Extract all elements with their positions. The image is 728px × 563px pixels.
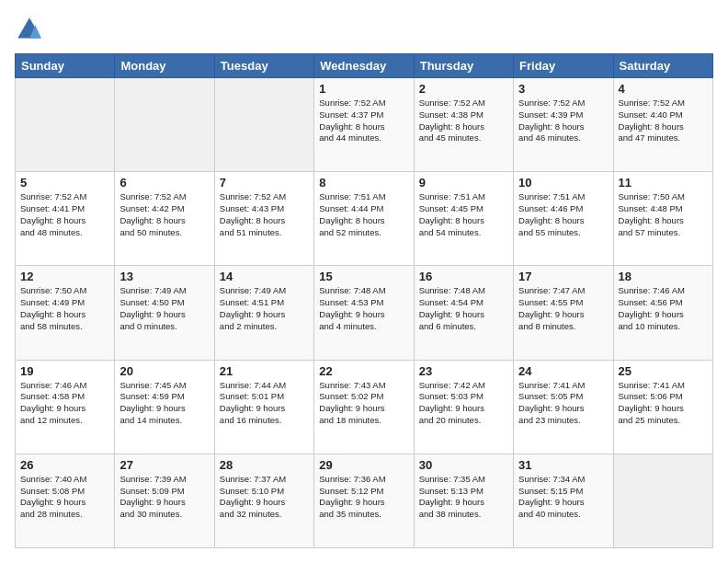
- logo-icon: [15, 15, 44, 44]
- day-info: Sunrise: 7:52 AM Sunset: 4:39 PM Dayligh…: [518, 98, 608, 144]
- day-info: Sunrise: 7:37 AM Sunset: 5:10 PM Dayligh…: [220, 474, 309, 521]
- day-number: 2: [419, 82, 508, 96]
- day-cell: 16Sunrise: 7:48 AM Sunset: 4:54 PM Dayli…: [414, 266, 513, 360]
- day-info: Sunrise: 7:49 AM Sunset: 4:51 PM Dayligh…: [220, 285, 309, 332]
- day-info: Sunrise: 7:52 AM Sunset: 4:40 PM Dayligh…: [619, 98, 708, 144]
- day-info: Sunrise: 7:49 AM Sunset: 4:50 PM Dayligh…: [119, 285, 209, 332]
- week-row-3: 12Sunrise: 7:50 AM Sunset: 4:49 PM Dayli…: [16, 266, 713, 360]
- day-cell: 9Sunrise: 7:51 AM Sunset: 4:45 PM Daylig…: [414, 172, 513, 266]
- day-number: 5: [20, 176, 109, 190]
- day-number: 29: [319, 458, 408, 472]
- day-cell: 1Sunrise: 7:52 AM Sunset: 4:37 PM Daylig…: [314, 78, 414, 172]
- day-cell: 22Sunrise: 7:43 AM Sunset: 5:02 PM Dayli…: [314, 360, 414, 454]
- day-number: 14: [220, 270, 309, 283]
- weekday-thursday: Thursday: [414, 54, 513, 78]
- day-cell: 31Sunrise: 7:34 AM Sunset: 5:15 PM Dayli…: [514, 454, 613, 547]
- header: [15, 15, 713, 44]
- day-number: 8: [319, 176, 408, 190]
- day-cell: 26Sunrise: 7:40 AM Sunset: 5:08 PM Dayli…: [16, 454, 115, 547]
- day-cell: 14Sunrise: 7:49 AM Sunset: 4:51 PM Dayli…: [214, 266, 313, 360]
- day-cell: 7Sunrise: 7:52 AM Sunset: 4:43 PM Daylig…: [214, 172, 313, 266]
- day-cell: 18Sunrise: 7:46 AM Sunset: 4:56 PM Dayli…: [613, 266, 712, 360]
- day-number: 22: [319, 364, 408, 378]
- day-cell: 5Sunrise: 7:52 AM Sunset: 4:41 PM Daylig…: [16, 172, 115, 266]
- day-cell: 30Sunrise: 7:35 AM Sunset: 5:13 PM Dayli…: [414, 454, 513, 547]
- day-number: 15: [319, 270, 408, 283]
- day-info: Sunrise: 7:39 AM Sunset: 5:09 PM Dayligh…: [119, 474, 209, 521]
- day-info: Sunrise: 7:41 AM Sunset: 5:05 PM Dayligh…: [518, 380, 608, 427]
- day-cell: [613, 454, 712, 547]
- day-number: 27: [119, 458, 209, 472]
- day-number: 28: [220, 458, 309, 472]
- day-info: Sunrise: 7:43 AM Sunset: 5:02 PM Dayligh…: [319, 380, 408, 427]
- day-info: Sunrise: 7:50 AM Sunset: 4:49 PM Dayligh…: [20, 285, 109, 332]
- day-cell: 13Sunrise: 7:49 AM Sunset: 4:50 PM Dayli…: [115, 266, 214, 360]
- day-cell: 25Sunrise: 7:41 AM Sunset: 5:06 PM Dayli…: [613, 360, 712, 454]
- day-number: 3: [518, 82, 608, 96]
- day-number: 10: [518, 176, 608, 190]
- day-info: Sunrise: 7:52 AM Sunset: 4:41 PM Dayligh…: [20, 191, 109, 238]
- day-cell: 10Sunrise: 7:51 AM Sunset: 4:46 PM Dayli…: [514, 172, 613, 266]
- calendar: SundayMondayTuesdayWednesdayThursdayFrid…: [15, 53, 713, 548]
- day-info: Sunrise: 7:40 AM Sunset: 5:08 PM Dayligh…: [20, 474, 109, 521]
- day-cell: 15Sunrise: 7:48 AM Sunset: 4:53 PM Dayli…: [314, 266, 414, 360]
- day-info: Sunrise: 7:51 AM Sunset: 4:44 PM Dayligh…: [319, 191, 408, 238]
- day-number: 19: [20, 364, 109, 378]
- day-number: 30: [419, 458, 508, 472]
- day-info: Sunrise: 7:45 AM Sunset: 4:59 PM Dayligh…: [119, 380, 209, 427]
- page: SundayMondayTuesdayWednesdayThursdayFrid…: [0, 0, 728, 563]
- day-number: 23: [419, 364, 508, 378]
- day-cell: 3Sunrise: 7:52 AM Sunset: 4:39 PM Daylig…: [514, 78, 613, 172]
- day-cell: 8Sunrise: 7:51 AM Sunset: 4:44 PM Daylig…: [314, 172, 414, 266]
- week-row-5: 26Sunrise: 7:40 AM Sunset: 5:08 PM Dayli…: [16, 454, 713, 547]
- day-number: 4: [619, 82, 708, 96]
- day-cell: 23Sunrise: 7:42 AM Sunset: 5:03 PM Dayli…: [414, 360, 513, 454]
- day-info: Sunrise: 7:52 AM Sunset: 4:38 PM Dayligh…: [419, 98, 508, 144]
- weekday-monday: Monday: [115, 54, 214, 78]
- day-info: Sunrise: 7:50 AM Sunset: 4:48 PM Dayligh…: [619, 191, 708, 238]
- day-info: Sunrise: 7:52 AM Sunset: 4:43 PM Dayligh…: [220, 191, 309, 238]
- day-cell: 17Sunrise: 7:47 AM Sunset: 4:55 PM Dayli…: [514, 266, 613, 360]
- day-cell: 2Sunrise: 7:52 AM Sunset: 4:38 PM Daylig…: [414, 78, 513, 172]
- day-cell: 11Sunrise: 7:50 AM Sunset: 4:48 PM Dayli…: [613, 172, 712, 266]
- day-cell: 29Sunrise: 7:36 AM Sunset: 5:12 PM Dayli…: [314, 454, 414, 547]
- day-number: 24: [518, 364, 608, 378]
- day-number: 1: [319, 82, 408, 96]
- day-cell: [115, 78, 214, 172]
- weekday-saturday: Saturday: [613, 54, 712, 78]
- day-info: Sunrise: 7:35 AM Sunset: 5:13 PM Dayligh…: [419, 474, 508, 521]
- day-info: Sunrise: 7:36 AM Sunset: 5:12 PM Dayligh…: [319, 474, 408, 521]
- weekday-friday: Friday: [514, 54, 613, 78]
- day-number: 18: [619, 270, 708, 283]
- week-row-1: 1Sunrise: 7:52 AM Sunset: 4:37 PM Daylig…: [16, 78, 713, 172]
- day-cell: 21Sunrise: 7:44 AM Sunset: 5:01 PM Dayli…: [214, 360, 313, 454]
- day-info: Sunrise: 7:42 AM Sunset: 5:03 PM Dayligh…: [419, 380, 508, 427]
- day-number: 17: [518, 270, 608, 283]
- day-info: Sunrise: 7:48 AM Sunset: 4:54 PM Dayligh…: [419, 285, 508, 332]
- day-number: 12: [20, 270, 109, 283]
- logo: [15, 15, 48, 44]
- day-cell: [214, 78, 313, 172]
- day-cell: 20Sunrise: 7:45 AM Sunset: 4:59 PM Dayli…: [115, 360, 214, 454]
- day-info: Sunrise: 7:41 AM Sunset: 5:06 PM Dayligh…: [619, 380, 708, 427]
- day-number: 21: [220, 364, 309, 378]
- day-info: Sunrise: 7:52 AM Sunset: 4:37 PM Dayligh…: [319, 98, 408, 144]
- day-cell: 24Sunrise: 7:41 AM Sunset: 5:05 PM Dayli…: [514, 360, 613, 454]
- day-cell: 4Sunrise: 7:52 AM Sunset: 4:40 PM Daylig…: [613, 78, 712, 172]
- day-info: Sunrise: 7:46 AM Sunset: 4:56 PM Dayligh…: [619, 285, 708, 332]
- day-number: 20: [119, 364, 209, 378]
- day-cell: [16, 78, 115, 172]
- day-info: Sunrise: 7:51 AM Sunset: 4:46 PM Dayligh…: [518, 191, 608, 238]
- day-number: 25: [619, 364, 708, 378]
- day-cell: 27Sunrise: 7:39 AM Sunset: 5:09 PM Dayli…: [115, 454, 214, 547]
- day-cell: 6Sunrise: 7:52 AM Sunset: 4:42 PM Daylig…: [115, 172, 214, 266]
- day-cell: 12Sunrise: 7:50 AM Sunset: 4:49 PM Dayli…: [16, 266, 115, 360]
- day-info: Sunrise: 7:44 AM Sunset: 5:01 PM Dayligh…: [220, 380, 309, 427]
- day-number: 6: [119, 176, 209, 190]
- week-row-2: 5Sunrise: 7:52 AM Sunset: 4:41 PM Daylig…: [16, 172, 713, 266]
- day-info: Sunrise: 7:47 AM Sunset: 4:55 PM Dayligh…: [518, 285, 608, 332]
- week-row-4: 19Sunrise: 7:46 AM Sunset: 4:58 PM Dayli…: [16, 360, 713, 454]
- day-cell: 28Sunrise: 7:37 AM Sunset: 5:10 PM Dayli…: [214, 454, 313, 547]
- day-info: Sunrise: 7:48 AM Sunset: 4:53 PM Dayligh…: [319, 285, 408, 332]
- day-cell: 19Sunrise: 7:46 AM Sunset: 4:58 PM Dayli…: [16, 360, 115, 454]
